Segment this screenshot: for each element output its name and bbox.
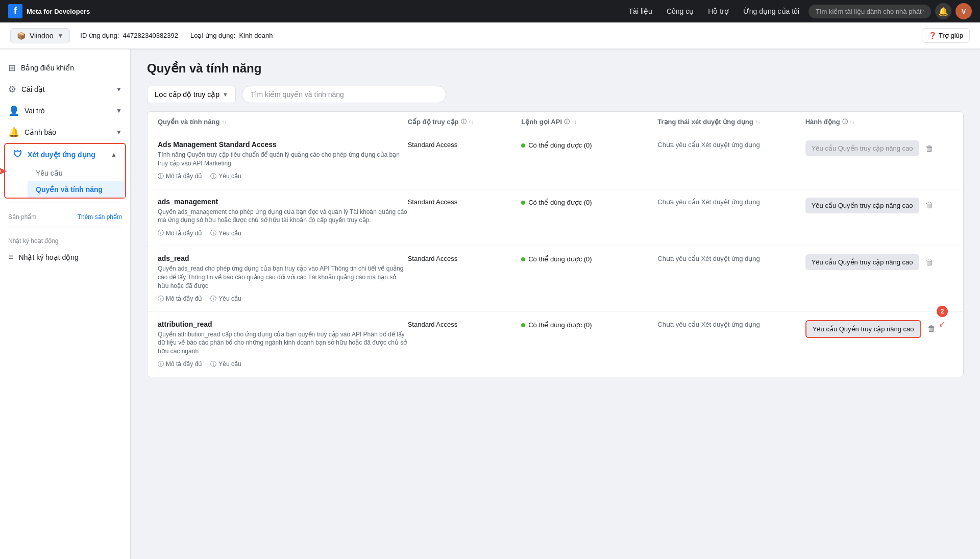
row1-full-desc-link[interactable]: ⓘ Mô tả đầy đủ bbox=[158, 172, 202, 181]
table-row: ads_read Quyền ads_read cho phép ứng dụn… bbox=[148, 246, 963, 311]
permissions-sort-icon[interactable]: ↑↓ bbox=[222, 119, 227, 125]
row4-review-cell: Chưa yêu cầu Xét duyệt ứng dụng bbox=[657, 320, 805, 329]
sidebar-item-activity-log[interactable]: ≡ Nhật ký hoạt động bbox=[0, 247, 130, 268]
logo[interactable]: f Meta for Developers bbox=[8, 4, 90, 18]
row1-request-btn[interactable]: Yêu cầu Quyền truy cập nâng cao bbox=[805, 140, 919, 156]
sidebar-activity-label: Nhật ký hoạt động bbox=[19, 253, 79, 261]
sidebar-item-settings[interactable]: ⚙ Cài đặt ▼ bbox=[0, 79, 130, 100]
row2-api-cell: Có thể dùng được (0) bbox=[521, 198, 657, 206]
row2-full-desc-link[interactable]: ⓘ Mô tả đầy đủ bbox=[158, 229, 202, 237]
api-calls-info-icon: ⓘ bbox=[564, 118, 570, 126]
row4-delete-btn[interactable]: 🗑 bbox=[925, 322, 938, 335]
page-title: Quyền và tính năng bbox=[147, 61, 964, 76]
sidebar-settings-label: Cài đặt bbox=[21, 85, 45, 93]
th-action: Hành động ⓘ ↑↓ bbox=[805, 118, 953, 126]
row2-request-link[interactable]: ⓘ Yêu cầu bbox=[210, 229, 241, 237]
app-type-value: Kinh doanh bbox=[239, 32, 273, 39]
table-header: Quyền và tính năng ↑↓ Cấp độ truy cập ⓘ … bbox=[148, 112, 963, 132]
nav-myapps[interactable]: Ứng dụng của tôi bbox=[738, 5, 804, 17]
access-sort-icon[interactable]: ↑↓ bbox=[469, 119, 474, 125]
add-product-link[interactable]: Thêm sản phẩm bbox=[78, 213, 122, 221]
sidebar-item-alerts[interactable]: 🔔 Cảnh báo ▼ bbox=[0, 121, 130, 143]
row3-request-btn[interactable]: Yêu cầu Quyền truy cập nâng cao bbox=[805, 254, 919, 270]
notification-bell-btn[interactable]: 🔔 bbox=[935, 3, 951, 19]
sidebar-requests-label: Yêu cầu bbox=[36, 169, 63, 177]
app-selector[interactable]: 📦 Viindoo ▼ bbox=[10, 28, 70, 43]
row2-request-btn[interactable]: Yêu cầu Quyền truy cập nâng cao bbox=[805, 198, 919, 213]
app-review-chevron: ▲ bbox=[111, 151, 117, 158]
top-nav-links: Tài liệu Công cụ Hỗ trợ Ứng dụng của tôi… bbox=[624, 3, 972, 19]
info-icon-5: ⓘ bbox=[158, 295, 164, 303]
row3-perm-desc: Quyền ads_read cho phép ứng dụng của bạn… bbox=[158, 264, 408, 290]
review-sort-icon[interactable]: ↑↓ bbox=[755, 119, 761, 125]
row1-delete-btn[interactable]: 🗑 bbox=[923, 142, 936, 155]
info-icon-8: ⓘ bbox=[210, 360, 216, 369]
row1-api-cell: Có thể dùng được (0) bbox=[521, 140, 657, 149]
row4-request-link[interactable]: ⓘ Yêu cầu bbox=[210, 360, 241, 369]
row1-perm-name: Ads Management Standard Access bbox=[158, 140, 408, 149]
sub-nav: 📦 Viindoo ▼ ID ứng dụng: 447282340382392… bbox=[0, 22, 980, 49]
row3-review-status: Chưa yêu cầu Xét duyệt ứng dụng bbox=[657, 254, 760, 262]
row1-perm-links: ⓘ Mô tả đầy đủ ⓘ Yêu cầu bbox=[158, 172, 408, 181]
table-row: ads_management Quyền ads_management cho … bbox=[148, 189, 963, 247]
row2-api-status: Có thể dùng được (0) bbox=[528, 199, 592, 206]
app-selector-chevron: ▼ bbox=[57, 32, 63, 39]
row3-full-desc-link[interactable]: ⓘ Mô tả đầy đủ bbox=[158, 295, 202, 303]
svg-text:f: f bbox=[14, 5, 17, 16]
sidebar-item-app-review[interactable]: 🛡 Xét duyệt ứng dụng ▲ bbox=[5, 144, 125, 165]
activity-icon: ≡ bbox=[8, 252, 14, 262]
sidebar-roles-label: Vai trò bbox=[24, 107, 44, 115]
sidebar-activity-section-label: Nhật ký hoạt động bbox=[8, 237, 58, 245]
nav-tools[interactable]: Công cụ bbox=[662, 5, 699, 17]
row3-delete-btn[interactable]: 🗑 bbox=[923, 256, 936, 269]
user-avatar-btn[interactable]: V bbox=[955, 3, 972, 19]
th-review-status: Trạng thái xét duyệt ứng dụng ↑↓ bbox=[657, 118, 805, 126]
table-row: Ads Management Standard Access Tính năng… bbox=[148, 132, 963, 189]
row4-perm-links: ⓘ Mô tả đầy đủ ⓘ Yêu cầu bbox=[158, 360, 408, 369]
row4-access-cell: Standard Access bbox=[408, 320, 522, 328]
row2-perm-name: ads_management bbox=[158, 198, 408, 206]
row3-action-cell: Yêu cầu Quyền truy cập nâng cao 🗑 bbox=[805, 254, 953, 270]
app-selector-icon: 📦 bbox=[17, 32, 26, 40]
row1-perm-cell: Ads Management Standard Access Tính năng… bbox=[158, 140, 408, 181]
row4-perm-cell: attribution_read Quyền attribution_read … bbox=[158, 320, 408, 369]
row3-perm-cell: ads_read Quyền ads_read cho phép ứng dụn… bbox=[158, 254, 408, 303]
sidebar-products-label: Sản phẩm bbox=[8, 213, 36, 221]
row4-access-badge: Standard Access bbox=[408, 320, 458, 328]
sidebar-sub-requests[interactable]: Yêu cầu bbox=[28, 165, 125, 181]
search-permissions-input[interactable] bbox=[242, 86, 446, 103]
main-content: Quyền và tính năng Lọc cấp độ truy cập ▼… bbox=[131, 49, 980, 559]
filter-chevron-icon: ▼ bbox=[223, 91, 228, 98]
row4-full-desc-link[interactable]: ⓘ Mô tả đầy đủ bbox=[158, 360, 202, 369]
row2-green-dot bbox=[521, 201, 525, 205]
row1-review-cell: Chưa yêu cầu Xét duyệt ứng dụng bbox=[657, 140, 805, 150]
logo-text: Meta for Developers bbox=[27, 8, 90, 15]
sidebar: ⊞ Bảng điều khiển ⚙ Cài đặt ▼ 👤 Vai trò … bbox=[0, 49, 131, 559]
action-sort-icon[interactable]: ↑↓ bbox=[850, 119, 855, 125]
help-button[interactable]: ❓ Trợ giúp bbox=[922, 28, 970, 43]
top-nav: f Meta for Developers Tài liệu Công cụ H… bbox=[0, 0, 980, 22]
row3-request-link[interactable]: ⓘ Yêu cầu bbox=[210, 295, 241, 303]
row2-review-status: Chưa yêu cầu Xét duyệt ứng dụng bbox=[657, 197, 760, 206]
filter-access-level-btn[interactable]: Lọc cấp độ truy cập ▼ bbox=[147, 86, 236, 103]
sidebar-sub-permissions[interactable]: Quyền và tính năng bbox=[28, 181, 125, 198]
roles-icon: 👤 bbox=[8, 105, 19, 116]
row1-request-link[interactable]: ⓘ Yêu cầu bbox=[210, 172, 241, 181]
sidebar-app-review-sub: Yêu cầu Quyền và tính năng bbox=[5, 165, 125, 198]
row3-review-cell: Chưa yêu cầu Xét duyệt ứng dụng bbox=[657, 254, 805, 263]
nav-docs[interactable]: Tài liệu bbox=[624, 5, 657, 17]
info-icon-6: ⓘ bbox=[210, 295, 216, 303]
sidebar-item-dashboard[interactable]: ⊞ Bảng điều khiển bbox=[0, 57, 130, 79]
row3-access-cell: Standard Access bbox=[408, 254, 522, 262]
top-search-input[interactable] bbox=[808, 5, 931, 18]
sidebar-divider-1 bbox=[8, 203, 122, 203]
row3-access-badge: Standard Access bbox=[408, 254, 458, 262]
api-sort-icon[interactable]: ↑↓ bbox=[572, 119, 577, 125]
sidebar-item-roles[interactable]: 👤 Vai trò ▼ bbox=[0, 100, 130, 121]
permissions-table: Quyền và tính năng ↑↓ Cấp độ truy cập ⓘ … bbox=[147, 111, 964, 377]
row4-request-btn[interactable]: Yêu cầu Quyền truy cập nâng cao bbox=[805, 320, 921, 338]
row2-delete-btn[interactable]: 🗑 bbox=[923, 199, 936, 212]
nav-support[interactable]: Hỗ trợ bbox=[703, 5, 734, 17]
sidebar-alerts-label: Cảnh báo bbox=[24, 128, 56, 136]
row3-perm-links: ⓘ Mô tả đầy đủ ⓘ Yêu cầu bbox=[158, 295, 408, 303]
